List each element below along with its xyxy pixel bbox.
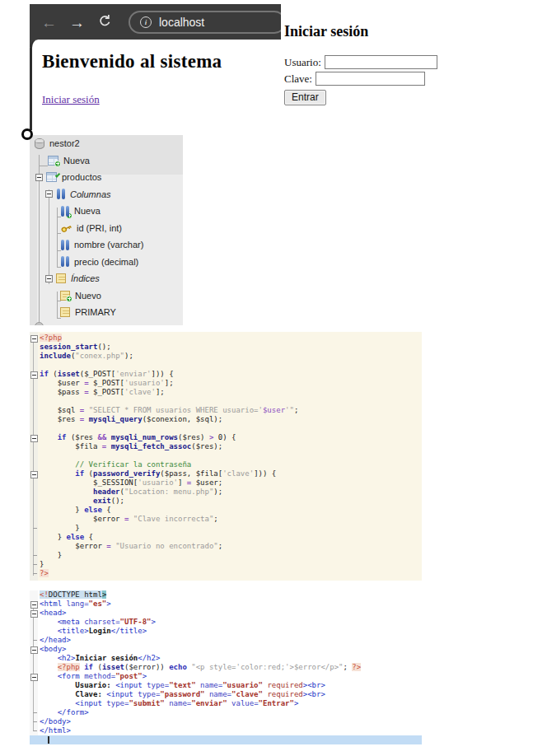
gutter-cell [30,735,38,744]
code-line[interactable]: Usuario: <input type="text" name="usuari… [30,681,422,690]
code-line[interactable] [30,735,422,744]
gutter-cell [30,506,38,515]
code-line[interactable]: </body> [30,717,422,726]
code-line[interactable]: $res = mysqli_query($conexion, $sql); [30,415,422,424]
code-line[interactable]: // Verificar la contraseña [30,460,422,469]
code-line[interactable]: <body> [30,645,422,654]
code-line[interactable]: <html lang="es"> [30,600,422,609]
code-line[interactable]: header("Location: menu.php"); [30,488,422,497]
pass-input[interactable] [316,72,425,86]
code-token: "password" [160,690,204,698]
fold-collapse-icon[interactable] [30,645,38,654]
code-line[interactable]: exit(); [30,497,422,506]
code-line[interactable]: <?php if (isset($error)) echo "<p style=… [30,663,422,672]
code-token: <input [106,690,133,698]
site-info-icon[interactable] [140,16,152,28]
address-bar[interactable]: localhost [129,11,281,34]
code-token: charset= [84,618,119,626]
code-line[interactable]: <?php [30,334,422,343]
code-token: $error [40,542,106,550]
fold-collapse-icon[interactable] [30,672,38,681]
fold-collapse-icon[interactable] [30,609,38,618]
code-token: $sql [40,406,80,414]
code-line[interactable]: } [30,560,422,569]
code-token: <html [40,600,62,608]
collapse-toggle-icon[interactable] [45,275,53,282]
tree-item-database[interactable]: nestor2 [30,135,183,152]
code-line-text: <meta charset="UTF-8"> [38,618,156,627]
code-line-text: <input type="submit" name="enviar" value… [38,699,298,708]
code-line[interactable]: <title>Login</title> [30,627,422,636]
code-line[interactable]: } else { [30,533,422,542]
code-line[interactable]: $fila = mysqli_fetch_assoc($res); [30,442,422,451]
code-line[interactable]: </head> [30,636,422,645]
collapse-toggle-icon[interactable] [35,174,43,181]
plus-badge-icon [66,212,72,219]
tree-item-id-column[interactable]: id (PRI, int) [30,220,183,237]
code-line[interactable]: if (isset($_POST['enviar'])) { [30,370,422,379]
code-token: } [40,560,44,568]
fold-collapse-icon[interactable] [30,433,38,442]
code-line[interactable]: include("conex.php"); [30,352,422,361]
code-line[interactable]: </html> [30,726,422,735]
login-link[interactable]: Iniciar sesión [42,93,100,106]
code-line[interactable]: ?> [30,569,422,578]
tree-item-indices[interactable]: Índices [30,270,183,287]
gutter-cell [30,415,38,424]
code-line[interactable]: session_start(); [30,343,422,352]
code-line[interactable]: </form> [30,708,422,717]
code-line[interactable]: $pass = $_POST['clave']; [30,388,422,397]
code-line[interactable]: if (password_verify($pass, $fila['clave'… [30,469,422,478]
code-token: required [267,681,302,689]
tree-item-new-table[interactable]: Nueva [30,152,183,170]
tree-item-productos[interactable]: productos [30,169,183,186]
code-token: "SELECT * FROM usuarios WHERE usuario=' [89,406,263,414]
fold-collapse-icon[interactable] [30,600,38,609]
tree-item-new-index[interactable]: Nuevo [30,287,183,305]
db-tree-panel: nestor2 Nueva productos Columnas Nueva i… [30,135,183,325]
code-line[interactable]: $sql = "SELECT * FROM usuarios WHERE usu… [30,406,422,415]
code-line[interactable]: $error = "Usuario no encontrado"; [30,542,422,551]
collapse-toggle-icon[interactable] [45,190,53,198]
code-line[interactable]: <input type="submit" name="enviar" value… [30,699,422,708]
code-token [40,618,58,626]
code-line[interactable]: <!DOCTYPE html> [30,590,422,600]
tree-item-columnas[interactable]: Columnas [30,186,183,203]
code-token: ; [218,542,222,550]
code-line[interactable]: <meta charset="UTF-8"> [30,618,422,627]
code-line[interactable] [30,451,422,460]
fold-collapse-icon[interactable] [30,469,38,478]
code-line[interactable]: $user = $_POST['usuario']; [30,379,422,388]
code-line[interactable]: $_SESSION['usuario'] = $user; [30,478,422,488]
user-input[interactable] [325,55,437,69]
tree-item-primary-index[interactable]: PRIMARY [30,304,183,321]
code-line[interactable]: if ($res && mysqli_num_rows($res) > 0) { [30,433,422,442]
code-line[interactable]: <head> [30,609,422,618]
code-line[interactable]: Clave: <input type="password" name="clav… [30,690,422,699]
code-line[interactable]: <h2>Iniciar sesión</h2> [30,654,422,663]
code-line[interactable] [30,397,422,406]
tree-item-label: Nuevo [75,291,101,301]
code-line[interactable] [30,424,422,433]
tree-item-nombre-column[interactable]: nombre (varchar) [30,236,183,254]
code-token: Login [89,627,111,635]
code-line[interactable]: $error = "Clave incorrecta"; [30,515,422,524]
submit-button[interactable]: Entrar [284,90,326,105]
code-token: ])) { [254,469,276,478]
tree-item-precio-column[interactable]: precio (decimal) [30,254,183,271]
code-line[interactable] [30,361,422,370]
forward-icon[interactable]: → [69,15,85,30]
fold-collapse-icon[interactable] [30,370,38,379]
back-icon[interactable]: ← [41,15,57,30]
code-token: include [40,352,71,360]
code-token: 0) { [213,433,236,441]
code-token: ( [49,370,58,378]
code-line[interactable]: <form method="post"> [30,672,422,681]
refresh-icon[interactable] [97,13,113,31]
code-token: ]; [156,388,165,396]
fold-collapse-icon[interactable] [30,334,38,343]
tree-item-new-column[interactable]: Nueva [30,203,183,220]
code-line[interactable]: } [30,551,422,560]
code-line[interactable]: } [30,524,422,533]
code-line[interactable]: } else { [30,506,422,515]
